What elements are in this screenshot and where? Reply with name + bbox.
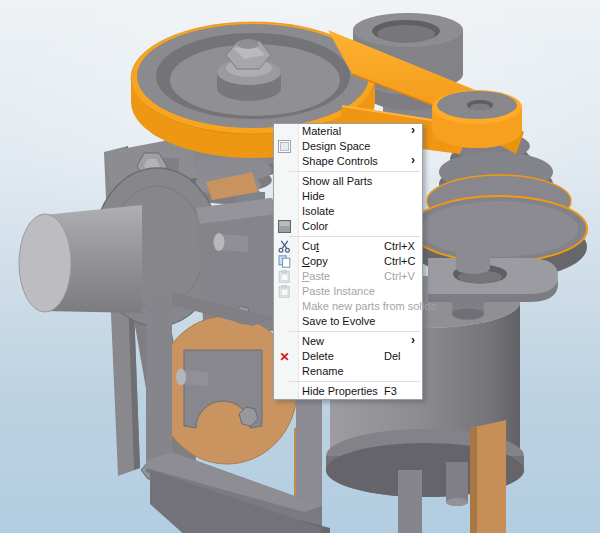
menu-item-shape-controls[interactable]: Shape Controls›	[274, 154, 422, 169]
menu-item-label: Material	[302, 124, 341, 139]
menu-item-shortcut: F3	[384, 384, 397, 399]
menu-item-material[interactable]: Material›	[274, 124, 422, 139]
menu-item-shortcut: Ctrl+V	[384, 269, 415, 284]
menu-item-label: Paste	[302, 269, 330, 284]
menu-item-paste: PasteCtrl+V	[274, 269, 422, 284]
submenu-arrow-icon: ›	[411, 153, 415, 168]
delete-x-icon: ✕	[278, 350, 291, 363]
paste-icon	[278, 270, 291, 283]
menu-item-hide[interactable]: Hide	[274, 189, 422, 204]
menu-item-new[interactable]: New›	[274, 334, 422, 349]
motor[interactable]	[19, 205, 142, 313]
menu-item-make-new-parts-from-solids: Make new parts from solids	[274, 299, 422, 314]
menu-item-shortcut: Ctrl+X	[384, 239, 415, 254]
menu-item-save-to-evolve[interactable]: Save to Evolve	[274, 314, 422, 329]
paste-icon	[278, 285, 291, 298]
menu-item-label: Make new parts from solids	[302, 299, 436, 314]
color-swatch-icon	[278, 220, 291, 233]
menu-item-copy[interactable]: CopyCtrl+C	[274, 254, 422, 269]
menu-item-shortcut: Ctrl+C	[384, 254, 415, 269]
menu-item-isolate[interactable]: Isolate	[274, 204, 422, 219]
submenu-arrow-icon: ›	[411, 333, 415, 348]
menu-item-label: Show all Parts	[302, 174, 372, 189]
menu-item-label: Delete	[302, 349, 334, 364]
menu-item-label: Paste Instance	[302, 284, 375, 299]
menu-item-label: Isolate	[302, 204, 334, 219]
menu-item-label: Shape Controls	[302, 154, 378, 169]
menu-item-label: Cut	[302, 239, 319, 254]
menu-item-hide-properties[interactable]: Hide PropertiesF3	[274, 384, 422, 399]
menu-item-label: Design Space	[302, 139, 371, 154]
copy-icon	[278, 255, 291, 268]
menu-item-rename[interactable]: Rename	[274, 364, 422, 379]
cut-scissors-icon	[278, 240, 291, 253]
menu-item-shortcut: Del	[384, 349, 401, 364]
context-menu: Material›Design SpaceShape Controls›Show…	[273, 123, 423, 400]
menu-item-label: Rename	[302, 364, 344, 379]
submenu-arrow-icon: ›	[411, 123, 415, 138]
menu-item-color[interactable]: Color	[274, 219, 422, 234]
menu-item-label: Hide	[302, 189, 325, 204]
menu-item-delete[interactable]: ✕DeleteDel	[274, 349, 422, 364]
menu-item-label: Hide Properties	[302, 384, 378, 399]
menu-item-show-all-parts[interactable]: Show all Parts	[274, 174, 422, 189]
menu-item-label: New	[302, 334, 324, 349]
menu-item-label: Copy	[302, 254, 328, 269]
menu-item-label: Color	[302, 219, 328, 234]
menu-item-design-space[interactable]: Design Space	[274, 139, 422, 154]
menu-item-cut[interactable]: CutCtrl+X	[274, 239, 422, 254]
menu-item-paste-instance: Paste Instance	[274, 284, 422, 299]
design-space-icon	[278, 140, 291, 153]
menu-item-label: Save to Evolve	[302, 314, 375, 329]
